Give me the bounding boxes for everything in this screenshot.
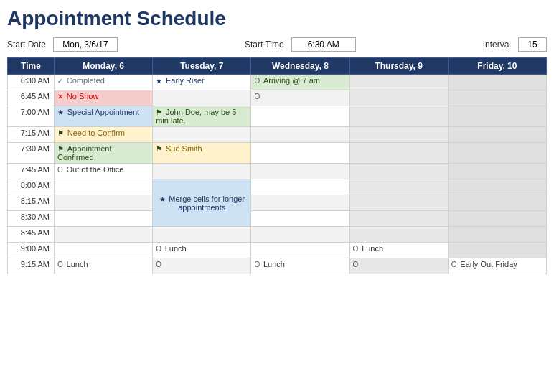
table-cell xyxy=(448,179,546,195)
cell-text: Arriving @ 7 am xyxy=(263,76,320,85)
table-cell: ★ Merge cells for longer appointments xyxy=(153,179,251,227)
time-cell: 9:00 AM xyxy=(8,243,55,258)
time-cell: 7:45 AM xyxy=(8,164,55,179)
table-cell: O Lunch xyxy=(55,258,153,274)
table-cell xyxy=(349,127,448,143)
cell-text: Lunch xyxy=(362,244,383,253)
time-cell: 7:00 AM xyxy=(8,106,55,127)
table-cell xyxy=(251,106,349,127)
table-cell: O Lunch xyxy=(349,243,448,258)
circle-icon: O xyxy=(353,245,361,253)
table-cell xyxy=(349,227,448,243)
table-cell xyxy=(349,164,448,179)
table-cell xyxy=(55,227,153,243)
time-cell: 8:00 AM xyxy=(8,179,55,195)
time-cell: 6:30 AM xyxy=(8,75,55,90)
table-cell: O Lunch xyxy=(153,243,251,258)
table-cell: ⚑ John Doe, may be 5 min late. xyxy=(153,106,251,127)
table-cell xyxy=(448,143,546,164)
cell-text: Sue Smith xyxy=(166,144,202,153)
table-cell xyxy=(448,227,546,243)
table-cell: O Out of the Office xyxy=(55,164,153,179)
circle-icon: O xyxy=(254,261,262,269)
time-cell: 6:45 AM xyxy=(8,90,55,106)
table-cell xyxy=(153,227,251,243)
table-cell xyxy=(349,106,448,127)
table-cell xyxy=(55,243,153,258)
table-cell xyxy=(153,90,251,106)
cell-text: John Doe, may be 5 min late. xyxy=(156,108,236,125)
cell-text: Special Appointment xyxy=(67,108,139,116)
table-cell xyxy=(251,164,349,179)
col-header-monday: Monday, 6 xyxy=(55,58,153,75)
start-date-input[interactable] xyxy=(53,37,118,52)
circle-icon: O xyxy=(57,261,65,269)
cell-text: Completed xyxy=(67,76,105,85)
table-cell: O xyxy=(349,258,448,274)
table-cell: O Lunch xyxy=(251,258,349,274)
col-header-wednesday: Wednesday, 8 xyxy=(251,58,349,75)
circle-icon: O xyxy=(156,245,164,253)
table-cell xyxy=(55,195,153,211)
table-cell xyxy=(448,243,546,258)
table-row: 7:00 AM★ Special Appointment⚑ John Doe, … xyxy=(8,106,547,127)
table-cell xyxy=(251,143,349,164)
table-cell xyxy=(349,75,448,90)
table-cell xyxy=(251,127,349,143)
table-cell xyxy=(251,211,349,227)
flag-icon: ⚑ xyxy=(156,108,164,116)
table-cell xyxy=(349,195,448,211)
cell-text: Lunch xyxy=(165,244,187,253)
col-header-thursday: Thursday, 9 xyxy=(349,58,448,75)
table-cell: O xyxy=(153,258,251,274)
start-time-input[interactable] xyxy=(291,37,356,52)
table-cell: ⚑ Appointment Confirmed xyxy=(55,143,153,164)
cell-text: Merge cells for longer appointments xyxy=(169,195,245,212)
schedule-table: Time Monday, 6 Tuesday, 7 Wednesday, 8 T… xyxy=(7,57,547,274)
table-row: 8:45 AM xyxy=(8,227,547,243)
circle-icon: O xyxy=(451,261,459,269)
table-cell xyxy=(448,164,546,179)
cell-text: Early Riser xyxy=(166,76,205,85)
circle-icon: O xyxy=(353,261,359,269)
table-cell: ★ Early Riser xyxy=(153,75,251,90)
table-cell xyxy=(55,211,153,227)
table-row: 7:30 AM⚑ Appointment Confirmed⚑ Sue Smit… xyxy=(8,143,547,164)
table-cell: O Early Out Friday xyxy=(448,258,546,274)
controls-bar: Start Date Start Time Interval xyxy=(7,37,547,52)
star-icon: ★ xyxy=(159,195,168,203)
table-row: 7:15 AM⚑ Need to Confirm xyxy=(8,127,547,143)
time-cell: 7:30 AM xyxy=(8,143,55,164)
table-row: 9:00 AMO LunchO Lunch xyxy=(8,243,547,258)
table-row: 8:30 AM xyxy=(8,211,547,227)
table-cell xyxy=(448,127,546,143)
x-icon: ✕ xyxy=(57,93,65,101)
cell-text: Need to Confirm xyxy=(67,129,125,137)
table-cell xyxy=(251,243,349,258)
interval-input[interactable] xyxy=(518,37,547,52)
col-header-time: Time xyxy=(8,58,55,75)
cell-text: Lunch xyxy=(67,260,88,269)
circle-icon: O xyxy=(254,93,260,101)
table-cell xyxy=(349,179,448,195)
interval-label: Interval xyxy=(483,39,511,50)
table-cell: O Arriving @ 7 am xyxy=(251,75,349,90)
star-icon: ★ xyxy=(156,77,164,85)
cell-text: Early Out Friday xyxy=(460,260,517,269)
table-row: 8:15 AM xyxy=(8,195,547,211)
table-cell: ★ Special Appointment xyxy=(55,106,153,127)
circle-icon: O xyxy=(254,77,262,85)
cell-text: Lunch xyxy=(263,260,285,269)
col-header-tuesday: Tuesday, 7 xyxy=(153,58,251,75)
table-cell xyxy=(448,75,546,90)
flag-icon: ⚑ xyxy=(156,145,164,153)
table-row: 9:15 AMO LunchO O LunchO O Early Out Fri… xyxy=(8,258,547,274)
circle-icon: O xyxy=(57,166,65,174)
time-cell: 9:15 AM xyxy=(8,258,55,274)
table-cell xyxy=(251,195,349,211)
time-cell: 8:15 AM xyxy=(8,195,55,211)
table-cell xyxy=(349,211,448,227)
table-cell xyxy=(448,90,546,106)
table-cell xyxy=(448,211,546,227)
start-time-label: Start Time xyxy=(245,39,284,50)
